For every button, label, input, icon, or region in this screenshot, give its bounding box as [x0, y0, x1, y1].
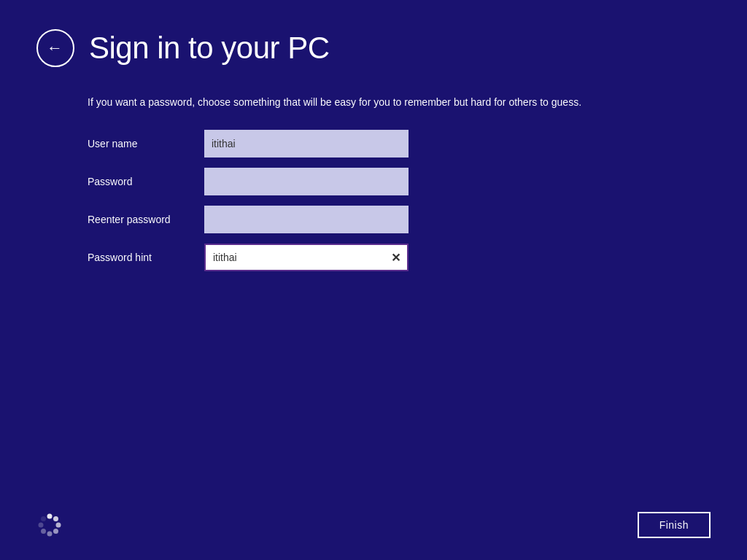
username-label: User name	[88, 138, 204, 149]
back-button[interactable]: ←	[36, 29, 74, 67]
username-row: User name	[88, 130, 659, 158]
reenter-password-row: Reenter password	[88, 206, 659, 233]
password-hint-row: Password hint ✕	[88, 244, 659, 271]
description-text: If you want a password, choose something…	[88, 96, 659, 108]
password-hint-input[interactable]	[204, 244, 409, 271]
windows-logo	[36, 512, 63, 538]
svg-point-5	[41, 529, 46, 534]
password-row: Password	[88, 168, 659, 195]
svg-point-0	[47, 514, 53, 519]
page-header: ← Sign in to your PC	[0, 0, 747, 82]
svg-point-3	[53, 529, 58, 534]
main-content: If you want a password, choose something…	[0, 82, 747, 296]
reenter-label: Reenter password	[88, 214, 204, 225]
password-label: Password	[88, 176, 204, 187]
page-footer: Finish	[36, 512, 711, 538]
svg-point-6	[39, 523, 44, 528]
clear-hint-button[interactable]: ✕	[388, 250, 403, 265]
back-arrow-icon: ←	[47, 40, 63, 56]
username-input[interactable]	[204, 130, 409, 158]
finish-button[interactable]: Finish	[638, 512, 711, 538]
svg-point-7	[41, 516, 46, 521]
password-hint-container: ✕	[204, 244, 409, 271]
svg-point-1	[53, 516, 58, 521]
svg-point-4	[47, 532, 53, 537]
svg-point-2	[56, 523, 61, 528]
reenter-password-input[interactable]	[204, 206, 409, 233]
page-title: Sign in to your PC	[89, 31, 330, 66]
password-hint-label: Password hint	[88, 252, 204, 263]
password-input[interactable]	[204, 168, 409, 195]
